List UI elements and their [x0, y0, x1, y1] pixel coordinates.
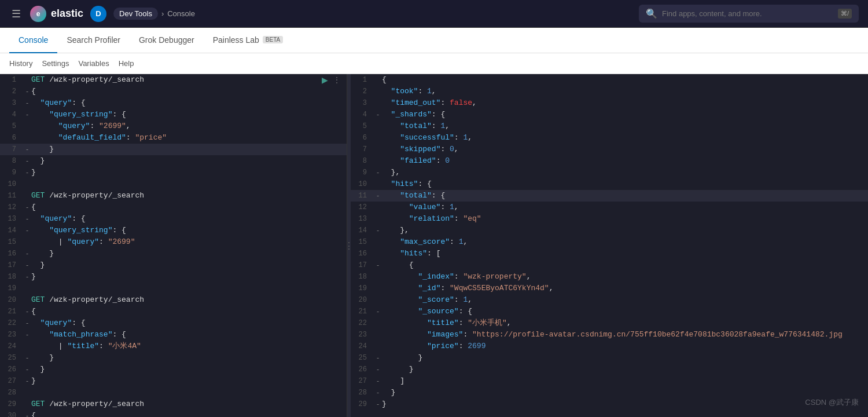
editor-line-1: 1 GET /wzk-property/_search ▶ ⋮ [0, 74, 347, 86]
editor-line-18: 18 - } [0, 271, 347, 283]
elastic-logo: e elastic [30, 6, 83, 22]
editor-line-2: 2 - { [0, 86, 347, 97]
tab-grok-debugger[interactable]: Grok Debugger [130, 28, 204, 53]
elastic-logo-text: elastic [51, 8, 83, 20]
resp-line-11: 11 - "total": { [351, 190, 868, 202]
code-editor[interactable]: 1 GET /wzk-property/_search ▶ ⋮ 2 - { 3 … [0, 74, 347, 417]
resp-line-5: 5 "total": 1, [351, 120, 868, 132]
hamburger-icon: ☰ [12, 8, 21, 20]
resp-line-25: 25 - } [351, 352, 868, 364]
editor-line-21: 21 - { [0, 306, 347, 317]
editor-line-22: 22 - "query": { [0, 317, 347, 329]
editor-line-10: 10 [0, 178, 347, 190]
breadcrumb-dev-tools[interactable]: Dev Tools [113, 8, 158, 20]
menu-button[interactable]: ⋮ [332, 74, 342, 86]
editor-line-29: 29 GET /wzk-property/_search [0, 398, 347, 410]
editor-line-26: 26 - } [0, 364, 347, 375]
editor-line-28: 28 [0, 387, 347, 398]
resp-line-8: 8 "failed": 0 [351, 155, 868, 167]
resp-line-10: 10 "hits": { [351, 178, 868, 190]
breadcrumb-console: Console [167, 9, 195, 18]
resp-line-17: 17 - { [351, 259, 868, 271]
run-button[interactable]: ▶ [321, 74, 329, 86]
editor-line-5: 5 "query": "2699", [0, 120, 347, 132]
resp-line-9: 9 - }, [351, 167, 868, 178]
global-search[interactable]: 🔍 ⌘/ [639, 5, 859, 23]
resp-line-1: 1 { [351, 74, 868, 86]
editor-line-14: 14 - "query_string": { [0, 225, 347, 236]
elastic-logo-icon: e [30, 6, 46, 22]
editor-line-9: 9 - } [0, 167, 347, 178]
editor-line-30: 30 - { [0, 410, 347, 417]
resp-line-2: 2 "took": 1, [351, 86, 868, 97]
breadcrumb: Dev Tools › Console [113, 8, 195, 20]
resp-line-29: 29 - } [351, 398, 868, 410]
editor-line-12: 12 - { [0, 202, 347, 213]
toolbar-history[interactable]: History [9, 59, 32, 68]
breadcrumb-separator: › [161, 9, 164, 18]
resp-line-14: 14 - }, [351, 225, 868, 236]
editor-line-6: 6 "default_field": "price" [0, 132, 347, 144]
resp-line-24: 24 "price": 2699 [351, 341, 868, 352]
search-input[interactable] [662, 9, 833, 18]
editor-panel[interactable]: 1 GET /wzk-property/_search ▶ ⋮ 2 - { 3 … [0, 74, 347, 417]
resp-line-15: 15 "max_score": 1, [351, 236, 868, 248]
editor-line-13: 13 - "query": { [0, 213, 347, 225]
tab-console[interactable]: Console [9, 28, 57, 53]
editor-line-25: 25 - } [0, 352, 347, 364]
response-panel: 1 { 2 "took": 1, 3 "timed_out": false, 4… [351, 74, 868, 417]
search-shortcut: ⌘/ [838, 9, 852, 19]
resp-line-4: 4 - "_shards": { [351, 109, 868, 120]
hamburger-button[interactable]: ☰ [9, 5, 23, 23]
tab-search-profiler[interactable]: Search Profiler [57, 28, 130, 53]
dev-badge: D [90, 6, 106, 22]
resp-line-26: 26 - } [351, 364, 868, 375]
resp-line-21: 21 - "_source": { [351, 306, 868, 317]
main-content: 1 GET /wzk-property/_search ▶ ⋮ 2 - { 3 … [0, 74, 868, 417]
beta-badge: BETA [263, 36, 283, 43]
editor-line-20: 20 GET /wzk-property/_search [0, 294, 347, 306]
resp-line-13: 13 "relation": "eq" [351, 213, 868, 225]
editor-line-15: 15 | "query": "2699" [0, 236, 347, 248]
editor-line-11: 11 GET /wzk-property/_search [0, 190, 347, 202]
play-icon: ▶ [322, 75, 328, 85]
resp-line-6: 6 "successful": 1, [351, 132, 868, 144]
ellipsis-icon: ⋮ [333, 75, 341, 85]
editor-line-27: 27 - } [0, 375, 347, 387]
editor-line-7: 7 - } [0, 144, 347, 155]
resp-line-7: 7 "skipped": 0, [351, 144, 868, 155]
tab-painless-lab[interactable]: Painless Lab BETA [204, 28, 293, 53]
editor-line-17: 17 - } [0, 259, 347, 271]
editor-line-24: 24 | "title": "小米4A" [0, 341, 347, 352]
resp-line-19: 19 "_id": "WqwCS5EByoATC6YkYn4d", [351, 283, 868, 294]
editor-line-8: 8 - } [0, 155, 347, 167]
toolbar-help[interactable]: Help [119, 59, 134, 68]
tab-bar: Console Search Profiler Grok Debugger Pa… [0, 28, 868, 53]
top-bar: ☰ e elastic D Dev Tools › Console 🔍 ⌘/ [0, 0, 868, 28]
resp-line-16: 16 "hits": [ [351, 248, 868, 259]
toolbar-settings[interactable]: Settings [42, 59, 69, 68]
toolbar: History Settings Variables Help [0, 53, 868, 74]
resp-line-22: 22 "title": "小米手机", [351, 317, 868, 329]
resp-line-28: 28 - } [351, 387, 868, 398]
resp-line-12: 12 "value": 1, [351, 202, 868, 213]
resp-line-18: 18 "_index": "wzk-property", [351, 271, 868, 283]
editor-line-3: 3 - "query": { [0, 97, 347, 109]
resp-line-3: 3 "timed_out": false, [351, 97, 868, 109]
editor-line-4: 4 - "query_string": { [0, 109, 347, 120]
editor-line-19: 19 [0, 283, 347, 294]
toolbar-variables[interactable]: Variables [78, 59, 109, 68]
resp-line-20: 20 "_score": 1, [351, 294, 868, 306]
editor-line-16: 16 - } [0, 248, 347, 259]
search-icon: 🔍 [646, 8, 657, 19]
resp-line-23: 23 "images": "https://profile-avatar.csd… [351, 329, 868, 341]
response-code: 1 { 2 "took": 1, 3 "timed_out": false, 4… [351, 74, 868, 417]
resp-line-27: 27 - ] [351, 375, 868, 387]
editor-line-23: 23 - "match_phrase": { [0, 329, 347, 341]
